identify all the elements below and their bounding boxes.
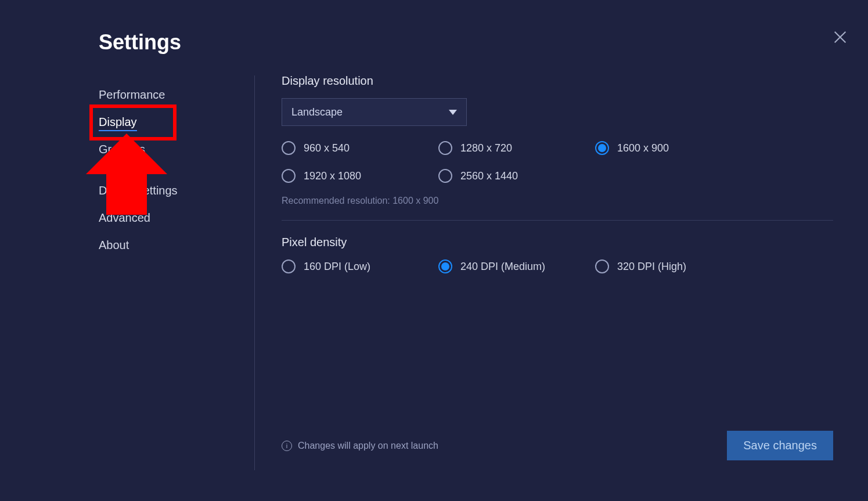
sidebar-item-label: Performance [99,88,165,101]
radio-label: 1920 x 1080 [304,170,361,182]
radio-label: 1600 x 900 [617,142,669,154]
radio-label: 240 DPI (Medium) [460,261,545,273]
sidebar-item-graphics[interactable]: Graphics [99,136,232,163]
radio-icon [595,141,609,155]
resolution-options: 960 x 540 1280 x 720 1600 x 900 1920 x 1… [282,141,833,183]
resolution-radio-960x540[interactable]: 960 x 540 [282,141,438,155]
content-panel: Display resolution Landscape 960 x 540 1… [282,74,833,286]
footer-note: i Changes will apply on next launch [282,441,438,451]
radio-icon [438,141,452,155]
sidebar-item-advanced[interactable]: Advanced [99,204,232,232]
sidebar-item-label: Graphics [99,143,145,156]
orientation-dropdown[interactable]: Landscape [282,98,467,126]
chevron-down-icon [449,106,457,118]
divider-vertical [254,75,255,470]
radio-label: 320 DPI (High) [617,261,686,273]
radio-label: 1280 x 720 [460,142,512,154]
sidebar-item-performance[interactable]: Performance [99,81,232,109]
resolution-radio-1600x900[interactable]: 1600 x 900 [595,141,752,155]
sidebar-item-label: About [99,239,129,251]
radio-icon [438,259,452,273]
radio-icon [282,169,296,183]
radio-icon [595,259,609,273]
radio-icon [282,259,296,273]
density-radio-320[interactable]: 320 DPI (High) [595,259,752,273]
recommended-resolution: Recommended resolution: 1600 x 900 [282,196,833,206]
footer: i Changes will apply on next launch Save… [282,431,833,460]
density-options: 160 DPI (Low) 240 DPI (Medium) 320 DPI (… [282,259,833,273]
svg-marker-2 [449,110,457,115]
sidebar-item-label: Device settings [99,184,178,197]
sidebar-item-device-settings[interactable]: Device settings [99,177,232,204]
resolution-radio-2560x1440[interactable]: 2560 x 1440 [438,169,595,183]
resolution-radio-1920x1080[interactable]: 1920 x 1080 [282,169,438,183]
resolution-radio-1280x720[interactable]: 1280 x 720 [438,141,595,155]
close-icon[interactable] [831,28,849,46]
radio-label: 160 DPI (Low) [304,261,370,273]
density-heading: Pixel density [282,236,833,249]
sidebar-item-display[interactable]: Display [99,109,232,136]
sidebar-item-about[interactable]: About [99,232,232,259]
radio-icon [282,141,296,155]
sidebar-item-label: Advanced [99,211,150,224]
density-radio-240[interactable]: 240 DPI (Medium) [438,259,595,273]
footer-note-text: Changes will apply on next launch [298,441,438,451]
resolution-heading: Display resolution [282,74,833,88]
sidebar-item-hidden[interactable] [99,163,232,177]
divider-horizontal [282,220,833,221]
radio-icon [438,169,452,183]
info-icon: i [282,441,292,451]
sidebar: Performance Display Graphics Device sett… [99,81,232,259]
save-changes-button[interactable]: Save changes [727,431,833,460]
density-radio-160[interactable]: 160 DPI (Low) [282,259,438,273]
sidebar-item-label: Display [99,116,137,131]
radio-label: 2560 x 1440 [460,170,518,182]
orientation-value: Landscape [291,106,343,118]
radio-label: 960 x 540 [304,142,350,154]
page-title: Settings [99,30,181,55]
